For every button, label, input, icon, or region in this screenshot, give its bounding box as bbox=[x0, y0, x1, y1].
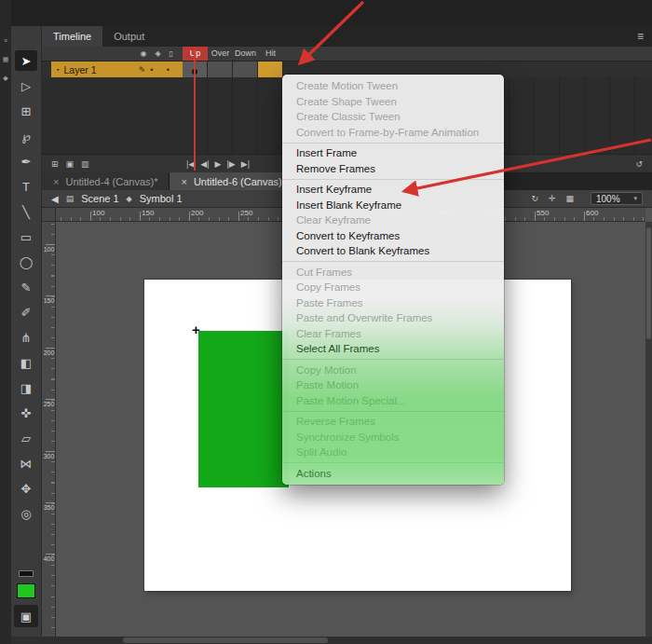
new-folder-button[interactable]: ▣ bbox=[66, 159, 75, 169]
lasso-tool[interactable]: ℘ bbox=[15, 126, 37, 146]
pencil-tool[interactable]: ✎ bbox=[15, 277, 37, 297]
play-button[interactable]: ▶ bbox=[215, 159, 222, 169]
brush-tool[interactable]: ✐ bbox=[15, 302, 37, 322]
zoom-tool[interactable]: ◎ bbox=[15, 503, 37, 524]
eyedropper-tool[interactable]: ✜ bbox=[15, 403, 37, 423]
scene-name[interactable]: Scene 1 bbox=[81, 193, 118, 204]
rectangle-tool[interactable]: ▭ bbox=[15, 226, 37, 247]
menu-item-split-audio: Split Audio bbox=[282, 445, 504, 460]
ruler-label: 400 bbox=[42, 555, 56, 562]
outline-all-layers-icon[interactable]: ▯ bbox=[170, 49, 173, 58]
tab-untitled-4[interactable]: × Untitled-4 (Canvas)* bbox=[42, 172, 170, 190]
width-tool[interactable]: ⋈ bbox=[15, 453, 37, 473]
menu-item-select-all-frames[interactable]: Select All Frames bbox=[282, 341, 504, 357]
left-dock: ≡▦◆ bbox=[0, 0, 11, 644]
show-hide-all-layers-icon[interactable]: ◉ bbox=[140, 49, 146, 58]
ruler-label: 250 bbox=[240, 209, 252, 217]
playhead[interactable] bbox=[194, 47, 196, 171]
clip-to-stage-icon[interactable]: ▦ bbox=[565, 194, 574, 203]
layer-name[interactable]: Layer 1 bbox=[63, 64, 96, 75]
menu-item-convert-to-blank-keyframes[interactable]: Convert to Blank Keyframes bbox=[282, 243, 504, 259]
zoom-value: 100% bbox=[596, 194, 620, 204]
ruler-label: 250 bbox=[42, 401, 56, 407]
symbol-name[interactable]: Symbol 1 bbox=[140, 193, 183, 204]
menu-item-paste-motion: Paste Motion bbox=[282, 377, 504, 393]
menu-item-paste-motion-special: Paste Motion Special... bbox=[282, 393, 504, 409]
edit-symbols-icon[interactable]: ↻ bbox=[531, 194, 538, 203]
close-icon[interactable]: × bbox=[181, 176, 186, 187]
frame-labels: UpOverDownHit bbox=[183, 47, 283, 61]
step-forward-button[interactable]: |▶ bbox=[226, 159, 235, 169]
frame-label-down[interactable]: Down bbox=[233, 47, 258, 61]
close-icon[interactable]: × bbox=[53, 176, 59, 187]
layer-status-dots[interactable]: • • bbox=[150, 65, 177, 75]
menu-item-copy-motion: Copy Motion bbox=[282, 363, 504, 378]
layer-row-label[interactable]: ▪ Layer 1 ✎ • • bbox=[51, 62, 183, 77]
collapse-dock-icon[interactable]: ≡ bbox=[4, 37, 7, 45]
menu-item-actions[interactable]: Actions bbox=[282, 466, 504, 482]
pen-tool[interactable]: ✒ bbox=[15, 151, 37, 171]
hand-tool[interactable]: ✥ bbox=[15, 478, 37, 499]
menu-item-insert-blank-keyframe[interactable]: Insert Blank Keyframe bbox=[282, 198, 504, 213]
menu-separator bbox=[282, 411, 504, 412]
oval-tool[interactable]: ◯ bbox=[15, 252, 37, 272]
back-arrow-icon[interactable]: ◀ bbox=[51, 194, 59, 204]
panel-dock-icon[interactable]: ▦ bbox=[3, 56, 9, 63]
frame-cell-4[interactable] bbox=[258, 62, 283, 77]
tab-timeline[interactable]: Timeline bbox=[42, 26, 102, 47]
panel-menu-icon[interactable]: ≡ bbox=[629, 26, 652, 47]
selection-tool[interactable]: ➤ bbox=[15, 50, 37, 71]
paint-bucket-tool[interactable]: ◧ bbox=[15, 352, 37, 373]
app-top-bar bbox=[0, 0, 652, 26]
menu-item-copy-frames: Copy Frames bbox=[282, 280, 504, 295]
fill-color-swatch[interactable] bbox=[17, 583, 35, 598]
bone-tool[interactable]: ⋔ bbox=[15, 327, 37, 348]
delete-layer-button[interactable]: ▥ bbox=[81, 159, 89, 169]
free-transform-tool[interactable]: ⊞ bbox=[15, 101, 37, 121]
step-back-button[interactable]: ◀| bbox=[200, 159, 209, 169]
zoom-level-select[interactable]: 100% ▾ bbox=[591, 192, 643, 205]
line-tool[interactable]: ╲ bbox=[15, 201, 37, 222]
menu-item-convert-to-keyframes[interactable]: Convert to Keyframes bbox=[282, 228, 504, 244]
center-frame-icon[interactable]: ✛ bbox=[549, 194, 556, 203]
frame-label-over[interactable]: Over bbox=[208, 47, 233, 61]
menu-item-insert-frame[interactable]: Insert Frame bbox=[282, 145, 504, 161]
vertical-scrollbar-thumb[interactable] bbox=[646, 227, 651, 339]
menu-item-convert-to-frame-by-frame-animation: Convert to Frame-by-Frame Animation bbox=[282, 125, 504, 141]
playback-controls: |◀◀|▶|▶▶| bbox=[177, 159, 259, 169]
ruler-tick bbox=[535, 212, 536, 221]
tab-output[interactable]: Output bbox=[102, 26, 156, 47]
ink-bottle-tool[interactable]: ◨ bbox=[15, 377, 37, 398]
eraser-tool[interactable]: ▱ bbox=[15, 428, 37, 448]
frame-cell-3[interactable] bbox=[233, 62, 258, 77]
ruler-tick bbox=[46, 399, 55, 400]
new-layer-button[interactable]: ⊞ bbox=[51, 159, 59, 169]
ruler-tick bbox=[238, 212, 239, 221]
green-rectangle-shape[interactable] bbox=[198, 331, 289, 487]
frame-label-hit[interactable]: Hit bbox=[258, 47, 283, 61]
menu-item-cut-frames: Cut Frames bbox=[282, 265, 504, 281]
ruler-tick bbox=[46, 295, 55, 296]
panel-dock-icon-2[interactable]: ◆ bbox=[3, 75, 7, 82]
stroke-color-swatch[interactable] bbox=[19, 570, 34, 577]
ruler-tick bbox=[140, 212, 141, 221]
tool-options-button[interactable]: ▣ bbox=[14, 605, 38, 627]
application-window: ≡▦◆ ➤▷⊞℘✒T╲▭◯✎✐⋔◧◨✜▱⋈✥◎ ▣ Timeline Outpu… bbox=[0, 0, 652, 644]
layer-type-icon: ▪ bbox=[57, 66, 59, 73]
horizontal-scrollbar[interactable] bbox=[11, 637, 652, 644]
vertical-scrollbar[interactable] bbox=[645, 222, 652, 637]
menu-item-create-motion-tween: Create Motion Tween bbox=[282, 78, 504, 94]
menu-item-insert-keyframe[interactable]: Insert Keyframe bbox=[282, 182, 504, 198]
menu-item-clear-keyframe: Clear Keyframe bbox=[282, 212, 504, 228]
menu-item-reverse-frames: Reverse Frames bbox=[282, 414, 504, 430]
subselection-tool[interactable]: ▷ bbox=[15, 75, 37, 96]
lock-all-layers-icon[interactable]: ◈ bbox=[155, 49, 160, 58]
loop-playback-button[interactable]: ↺ bbox=[635, 159, 643, 169]
frame-cell-2[interactable] bbox=[208, 62, 233, 77]
tab-untitled-6[interactable]: × Untitled-6 (Canvas)* bbox=[170, 172, 297, 190]
text-tool[interactable]: T bbox=[15, 176, 37, 197]
ruler-tick bbox=[584, 212, 585, 221]
go-to-last-frame-button[interactable]: ▶| bbox=[241, 159, 250, 169]
menu-item-remove-frames[interactable]: Remove Frames bbox=[282, 161, 504, 177]
horizontal-scrollbar-thumb[interactable] bbox=[123, 637, 328, 643]
